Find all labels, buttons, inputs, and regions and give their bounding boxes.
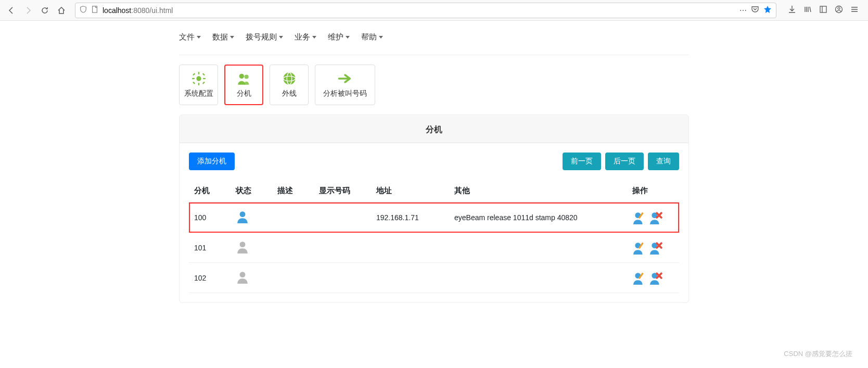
user-status-icon bbox=[236, 270, 249, 284]
extension-panel: 分机 添加分机 前一页 后一页 查询 分机 状态 描述 显示号码 地址 其他 bbox=[179, 115, 689, 303]
chevron-down-icon bbox=[230, 36, 234, 39]
cell-status bbox=[231, 263, 272, 293]
more-icon[interactable]: ⋯ bbox=[739, 6, 747, 15]
cell-ext: 100 bbox=[189, 202, 231, 233]
menu-business[interactable]: 业务 bbox=[295, 32, 316, 42]
col-display: 显示号码 bbox=[314, 180, 371, 202]
edit-icon[interactable] bbox=[632, 271, 646, 285]
delete-icon[interactable] bbox=[649, 271, 662, 285]
menu-help[interactable]: 帮助 bbox=[361, 32, 383, 42]
back-button[interactable] bbox=[4, 3, 19, 18]
cell-addr bbox=[371, 263, 449, 293]
shield-icon bbox=[80, 6, 87, 15]
user-status-icon bbox=[236, 210, 249, 223]
menu-dial-rules[interactable]: 拨号规则 bbox=[246, 32, 283, 42]
tool-trunk[interactable]: 外线 bbox=[270, 65, 309, 105]
tool-extension[interactable]: 分机 bbox=[224, 65, 263, 105]
edit-icon[interactable] bbox=[632, 241, 646, 255]
edit-icon[interactable] bbox=[632, 211, 646, 224]
chevron-down-icon bbox=[279, 36, 283, 39]
svg-point-23 bbox=[240, 242, 246, 247]
svg-point-19 bbox=[240, 211, 246, 217]
query-button[interactable]: 查询 bbox=[648, 153, 679, 170]
cell-status bbox=[231, 233, 272, 263]
chevron-down-icon bbox=[197, 36, 201, 39]
svg-point-15 bbox=[244, 74, 248, 79]
cell-display bbox=[314, 202, 371, 233]
col-desc: 描述 bbox=[272, 180, 314, 202]
cell-other bbox=[449, 263, 627, 293]
cell-ext: 102 bbox=[189, 263, 231, 293]
col-action: 操作 bbox=[627, 180, 679, 202]
svg-rect-8 bbox=[192, 78, 195, 79]
user-status-icon bbox=[236, 240, 249, 253]
col-addr: 地址 bbox=[371, 180, 449, 202]
svg-point-4 bbox=[838, 7, 840, 9]
account-icon[interactable] bbox=[835, 5, 843, 15]
chevron-down-icon bbox=[312, 36, 316, 39]
cell-other: eyeBeam release 1011d stamp 40820 bbox=[449, 202, 627, 233]
col-other: 其他 bbox=[449, 180, 627, 202]
cell-desc bbox=[272, 263, 314, 293]
svg-rect-10 bbox=[193, 73, 195, 75]
home-button[interactable] bbox=[54, 3, 69, 18]
cell-addr bbox=[371, 233, 449, 263]
toolbar: 系统配置 分机 外线 分析被叫号码 bbox=[179, 55, 689, 115]
col-status: 状态 bbox=[231, 180, 272, 202]
download-icon[interactable] bbox=[788, 5, 796, 15]
menu-icon[interactable] bbox=[850, 5, 859, 15]
col-ext: 分机 bbox=[189, 180, 231, 202]
app-menu-bar: 文件 数据 拨号规则 业务 维护 帮助 bbox=[179, 21, 689, 55]
url-bar[interactable]: localhost:8080/ui.html ⋯ bbox=[75, 3, 776, 18]
url-text: localhost:8080/ui.html bbox=[103, 6, 173, 15]
gear-icon bbox=[192, 71, 206, 86]
svg-rect-6 bbox=[198, 72, 199, 74]
reload-button[interactable] bbox=[37, 3, 52, 18]
extension-table: 分机 状态 描述 显示号码 地址 其他 操作 100192.168.1.71ey… bbox=[189, 180, 679, 293]
svg-rect-12 bbox=[193, 82, 195, 84]
cell-status bbox=[231, 202, 272, 233]
cell-action bbox=[627, 263, 679, 293]
users-icon bbox=[237, 71, 251, 86]
sidebar-icon[interactable] bbox=[819, 5, 827, 15]
forward-button[interactable] bbox=[21, 3, 35, 18]
pocket-icon[interactable] bbox=[751, 5, 759, 15]
delete-icon[interactable] bbox=[649, 241, 662, 255]
svg-rect-13 bbox=[202, 73, 205, 75]
tool-label: 外线 bbox=[282, 89, 297, 98]
svg-rect-11 bbox=[202, 82, 205, 84]
cell-display bbox=[314, 263, 371, 293]
svg-rect-9 bbox=[203, 78, 206, 79]
svg-point-16 bbox=[283, 72, 295, 84]
panel-title: 分机 bbox=[180, 115, 688, 143]
add-extension-button[interactable]: 添加分机 bbox=[189, 153, 235, 170]
tool-label: 分机 bbox=[237, 89, 251, 98]
cell-desc bbox=[272, 233, 314, 263]
table-header-row: 分机 状态 描述 显示号码 地址 其他 操作 bbox=[189, 180, 679, 202]
page-icon bbox=[91, 6, 98, 15]
table-row: 102 bbox=[189, 263, 679, 293]
prev-page-button[interactable]: 前一页 bbox=[563, 153, 601, 170]
cell-display bbox=[314, 233, 371, 263]
table-row: 101 bbox=[189, 233, 679, 263]
cell-addr: 192.168.1.71 bbox=[371, 202, 449, 233]
library-icon[interactable] bbox=[803, 5, 812, 15]
menu-data[interactable]: 数据 bbox=[212, 32, 234, 42]
cell-desc bbox=[272, 202, 314, 233]
bookmark-star-icon[interactable] bbox=[763, 5, 772, 15]
arrow-right-icon bbox=[338, 71, 352, 86]
tool-system-config[interactable]: 系统配置 bbox=[179, 65, 218, 105]
menu-maintain[interactable]: 维护 bbox=[328, 32, 350, 42]
tool-analyze-called[interactable]: 分析被叫号码 bbox=[315, 65, 375, 105]
next-page-button[interactable]: 后一页 bbox=[605, 153, 644, 170]
globe-icon bbox=[282, 71, 297, 86]
delete-icon[interactable] bbox=[649, 211, 662, 224]
tool-label: 分析被叫号码 bbox=[323, 89, 367, 98]
menu-file[interactable]: 文件 bbox=[179, 32, 201, 42]
browser-right-icons bbox=[783, 5, 864, 15]
cell-other bbox=[449, 233, 627, 263]
chevron-down-icon bbox=[379, 36, 383, 39]
cell-action bbox=[627, 202, 679, 233]
panel-actions: 添加分机 前一页 后一页 查询 bbox=[189, 153, 679, 170]
svg-point-5 bbox=[196, 76, 201, 81]
